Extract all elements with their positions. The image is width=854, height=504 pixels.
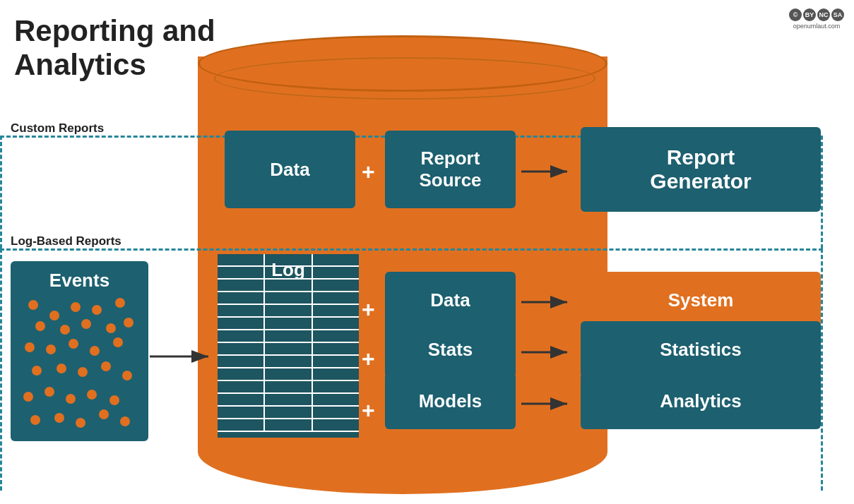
- log-row: [218, 419, 359, 432]
- dot: [57, 364, 66, 373]
- dot: [45, 387, 54, 397]
- nc-icon: NC: [817, 8, 830, 21]
- data-log-box: Data: [385, 272, 516, 328]
- by-icon: BY: [803, 8, 816, 21]
- arrow-models-analytics: [521, 395, 578, 413]
- dot: [28, 300, 38, 310]
- dot: [101, 361, 111, 371]
- cc-icon: ©: [789, 8, 802, 21]
- dot: [25, 342, 35, 352]
- dot: [69, 339, 78, 349]
- dot: [35, 321, 45, 331]
- log-row: [218, 368, 359, 381]
- sa-icon: SA: [831, 8, 844, 21]
- dot: [54, 413, 64, 423]
- log-row: [218, 292, 359, 305]
- dot: [124, 318, 134, 328]
- log-row: [218, 381, 359, 394]
- plus-log-models: +: [362, 397, 375, 424]
- dot: [99, 409, 109, 419]
- dot: [30, 415, 40, 425]
- events-label: Events: [11, 270, 148, 292]
- analytics-box: Analytics: [581, 373, 821, 429]
- plus-custom: +: [362, 159, 375, 185]
- stats-box: Stats: [385, 321, 516, 378]
- report-source-box: Report Source: [385, 131, 516, 208]
- data-top-box: Data: [225, 131, 355, 208]
- log-row: [218, 394, 359, 407]
- log-label: Log: [218, 253, 359, 287]
- dot: [115, 298, 125, 308]
- plus-log-stats: +: [362, 346, 375, 372]
- log-row: [218, 305, 359, 318]
- cylinder-top: [198, 35, 607, 92]
- dot: [113, 337, 123, 347]
- log-reports-label: Log-Based Reports: [11, 234, 121, 248]
- cc-badge: © BY NC SA openumlaut.com: [789, 8, 844, 30]
- page-title: Reporting and Analytics: [14, 14, 215, 83]
- dot: [46, 344, 56, 354]
- system-box: System: [581, 272, 821, 328]
- log-row: [218, 330, 359, 343]
- dot: [32, 366, 42, 376]
- dot: [81, 319, 91, 329]
- arrow-data-system: [521, 293, 578, 311]
- log-row: [218, 356, 359, 368]
- models-box: Models: [385, 373, 516, 429]
- custom-reports-label: Custom Reports: [11, 121, 104, 136]
- dot: [106, 323, 116, 333]
- dot: [109, 395, 119, 405]
- dot: [120, 416, 130, 426]
- events-box: Events: [11, 261, 148, 441]
- dot: [76, 418, 85, 428]
- cc-icons: © BY NC SA: [789, 8, 844, 21]
- dot: [60, 325, 70, 335]
- dot: [87, 390, 97, 400]
- dot: [49, 311, 59, 320]
- dot: [92, 305, 102, 315]
- dot: [66, 394, 76, 404]
- log-row: [218, 318, 359, 330]
- arrow-events-log: [150, 346, 219, 367]
- report-generator-box: Report Generator: [581, 127, 821, 212]
- main-container: Reporting and Analytics © BY NC SA openu…: [0, 0, 854, 504]
- log-row: [218, 343, 359, 356]
- log-row: [218, 407, 359, 419]
- plus-log-data: +: [362, 296, 375, 323]
- divider-log-top: [0, 248, 823, 251]
- dot: [23, 392, 33, 402]
- statistics-box: Statistics: [581, 321, 821, 378]
- dot: [90, 346, 100, 356]
- dot: [71, 302, 81, 312]
- dot: [122, 371, 132, 380]
- dot: [78, 367, 88, 377]
- cylinder-top-inner: [214, 57, 595, 100]
- arrow-stats-statistics: [521, 343, 578, 361]
- arrow-custom: [521, 161, 578, 182]
- cc-url: openumlaut.com: [793, 23, 841, 30]
